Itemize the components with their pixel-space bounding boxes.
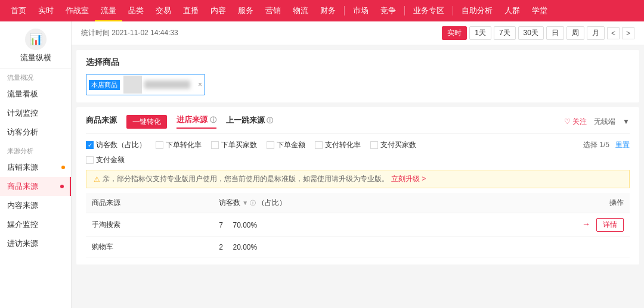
nav-crowd[interactable]: 人群 xyxy=(499,0,526,21)
cell-visitors: 7 70.00% xyxy=(213,213,462,237)
nav-divider3 xyxy=(453,6,453,15)
nav-realtime[interactable]: 实时 xyxy=(32,0,60,21)
product-section: 选择商品 本店商品 × xyxy=(76,50,639,102)
checkbox-pay-buyers[interactable]: 支付买家数 xyxy=(370,140,416,150)
cell-visitors: 2 20.00% xyxy=(213,237,462,257)
nav-live[interactable]: 直播 xyxy=(177,0,205,21)
product-section-title: 选择商品 xyxy=(86,57,630,68)
product-image xyxy=(123,76,142,94)
checkbox-visitors-box: ✓ xyxy=(86,141,94,149)
nav-divider2 xyxy=(404,6,405,15)
sidebar-title: 流量纵横 xyxy=(20,52,51,63)
info-icon-2: ⓘ xyxy=(267,117,273,124)
nav-market[interactable]: 市场 xyxy=(347,0,374,21)
tab-prev-jump-source[interactable]: 上一跳来源 ⓘ xyxy=(226,115,274,128)
checkbox-pay-rate[interactable]: 支付转化率 xyxy=(315,140,361,150)
traffic-icon: 📊 xyxy=(25,29,47,50)
sidebar-item-store-source[interactable]: 店铺来源 xyxy=(0,158,71,177)
checkbox-pay-amount[interactable]: 支付金额 xyxy=(86,155,125,165)
checkbox-order-amount[interactable]: 下单金额 xyxy=(267,140,305,150)
time-btn-day[interactable]: 日 xyxy=(546,26,564,40)
checkbox-order-rate-box xyxy=(156,141,163,149)
sidebar-item-media-monitor[interactable]: 媒介监控 xyxy=(0,215,71,234)
checkbox-pay-amount-box xyxy=(86,156,94,164)
sidebar-item-product-source[interactable]: 商品来源 xyxy=(0,177,71,196)
nav-marketing[interactable]: 营销 xyxy=(259,0,287,21)
nav-service[interactable]: 服务 xyxy=(232,0,259,21)
prev-arrow[interactable]: < xyxy=(607,27,620,39)
top-navigation: 首页 实时 作战室 流量 品类 交易 直播 内容 服务 营销 物流 财务 市场 … xyxy=(0,0,644,21)
checkbox-pay-rate-box xyxy=(315,141,323,149)
visitor-info-icon: ⓘ xyxy=(250,199,256,207)
sidebar: 📊 流量纵横 流量概况 流量看板 计划监控 访客分析 来源分析 店铺来源 商品来… xyxy=(0,21,72,308)
time-btn-1day[interactable]: 1天 xyxy=(469,26,491,40)
time-btn-week[interactable]: 周 xyxy=(566,26,584,40)
upgrade-link[interactable]: 立刻升级 > xyxy=(391,174,426,184)
sidebar-item-visit-source[interactable]: 进访来源 xyxy=(0,234,71,253)
next-arrow[interactable]: > xyxy=(622,27,634,39)
product-close-button[interactable]: × xyxy=(198,80,202,89)
detail-button[interactable]: 详情 xyxy=(596,218,624,232)
checkbox-visitors[interactable]: ✓ 访客数（占比） xyxy=(86,140,146,150)
time-btn-realtime[interactable]: 实时 xyxy=(442,26,467,40)
wireless-filter[interactable]: 无线端 xyxy=(594,117,615,127)
tabs-row: 商品来源 一键转化 进店来源 ⓘ 上一跳来源 ⓘ ♡ 关注 无线端 ▼ xyxy=(86,114,630,134)
time-controls: 实时 1天 7天 30天 日 周 月 < > xyxy=(442,26,634,40)
checkbox-order-rate[interactable]: 下单转化率 xyxy=(156,140,202,150)
nav-finance[interactable]: 财务 xyxy=(314,0,342,21)
sidebar-logo: 📊 流量纵横 xyxy=(0,21,71,69)
sidebar-item-traffic-board[interactable]: 流量看板 xyxy=(0,85,71,104)
nav-divider1 xyxy=(344,6,345,15)
main-content: 统计时间 2021-11-02 14:44:33 实时 1天 7天 30天 日 … xyxy=(72,21,644,308)
section-label-2: 来源分析 xyxy=(0,142,71,158)
nav-bizzone[interactable]: 业务专区 xyxy=(407,0,450,21)
col-header-action: 操作 xyxy=(462,193,630,213)
nav-warroom[interactable]: 作战室 xyxy=(60,0,95,21)
source-table: 商品来源 访客数 ▼ ⓘ （占比） 操作 xyxy=(86,193,630,257)
nav-home[interactable]: 首页 xyxy=(5,0,32,21)
follow-button[interactable]: ♡ 关注 xyxy=(564,117,587,127)
nav-content[interactable]: 内容 xyxy=(205,0,232,21)
info-icon-1: ⓘ xyxy=(210,116,216,123)
main-layout: 📊 流量纵横 流量概况 流量看板 计划监控 访客分析 来源分析 店铺来源 商品来… xyxy=(0,21,644,308)
nav-logistics[interactable]: 物流 xyxy=(287,0,314,21)
section-main-title: 商品来源 xyxy=(86,115,117,128)
checkbox-order-amount-box xyxy=(267,141,274,149)
nav-selfanalysis[interactable]: 自助分析 xyxy=(456,0,499,21)
sidebar-item-plan-monitor[interactable]: 计划监控 xyxy=(0,104,71,123)
nav-category[interactable]: 品类 xyxy=(122,0,150,21)
nav-competition[interactable]: 竞争 xyxy=(374,0,402,21)
nav-traffic[interactable]: 流量 xyxy=(95,0,122,21)
table-row: 购物车 2 20.00% xyxy=(86,237,630,257)
heart-icon: ♡ xyxy=(564,117,571,126)
time-btn-month[interactable]: 月 xyxy=(587,26,605,40)
col-header-source: 商品来源 xyxy=(86,193,213,213)
tab-one-click-conversion[interactable]: 一键转化 xyxy=(126,115,167,129)
orange-dot-indicator xyxy=(61,166,65,169)
reset-link[interactable]: 里置 xyxy=(615,141,630,149)
checkbox-order-buyers[interactable]: 下单买家数 xyxy=(211,140,257,150)
product-tag: 本店商品 × xyxy=(86,74,205,95)
warning-bar: ⚠ 亲，部分指标仅支持专业版用户使用，您当前使用的是标准版，如需使用请升级为专业… xyxy=(86,170,630,188)
nav-trade[interactable]: 交易 xyxy=(150,0,177,21)
nav-academy[interactable]: 学堂 xyxy=(526,0,553,21)
checkbox-order-buyers-box xyxy=(211,141,219,149)
cell-source-name: 手淘搜索 xyxy=(86,213,213,237)
sidebar-item-visitor-analysis[interactable]: 访客分析 xyxy=(0,123,71,142)
table-body: 手淘搜索 7 70.00% → 详情 购物车 xyxy=(86,213,630,257)
tab-enter-source[interactable]: 进店来源 ⓘ xyxy=(177,114,216,129)
col-header-visitors: 访客数 ▼ ⓘ （占比） xyxy=(213,193,462,213)
sort-icon: ▼ xyxy=(242,200,248,206)
tabs-right-actions: ♡ 关注 无线端 ▼ xyxy=(564,117,630,127)
checkbox-pay-buyers-box xyxy=(370,141,378,149)
wireless-dropdown-icon: ▼ xyxy=(623,117,630,126)
sidebar-item-content-source[interactable]: 内容来源 xyxy=(0,196,71,215)
time-btn-7day[interactable]: 7天 xyxy=(494,26,516,40)
source-section: 商品来源 一键转化 进店来源 ⓘ 上一跳来源 ⓘ ♡ 关注 无线端 ▼ xyxy=(76,107,639,265)
stat-time: 统计时间 2021-11-02 14:44:33 xyxy=(81,28,178,38)
cell-source-name: 购物车 xyxy=(86,237,213,257)
time-btn-30day[interactable]: 30天 xyxy=(518,26,544,40)
header-bar: 统计时间 2021-11-02 14:44:33 实时 1天 7天 30天 日 … xyxy=(72,21,644,45)
table-row: 手淘搜索 7 70.00% → 详情 xyxy=(86,213,630,237)
cell-action xyxy=(462,237,630,257)
